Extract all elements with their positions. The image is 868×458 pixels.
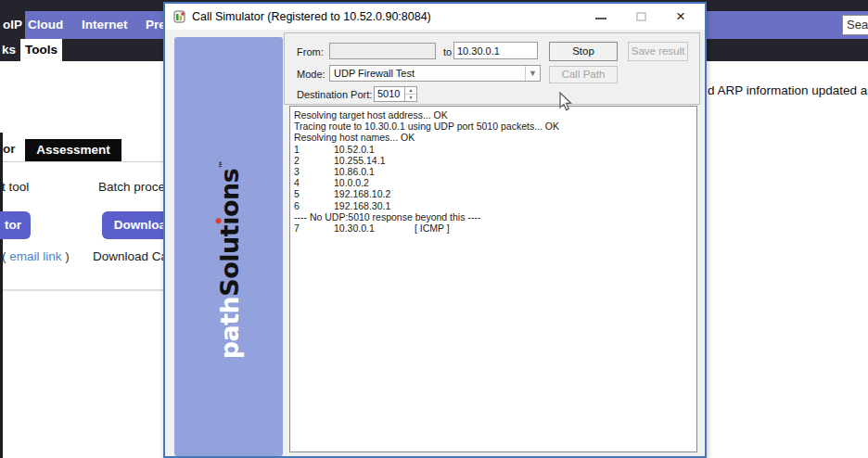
tab-assessment[interactable]: Assessment: [25, 139, 121, 161]
log-line: Resolving target host address... OK: [294, 109, 693, 121]
maximize-icon: [636, 12, 646, 21]
download-simulator-button[interactable]: tor: [0, 211, 31, 239]
nav-item-cloud[interactable]: Cloud: [28, 11, 63, 39]
dialog-title: Call Simulator (Registered to 10.52.0.90…: [192, 10, 431, 23]
from-label: From:: [297, 46, 324, 57]
destination-port-label: Destination Port:: [297, 89, 372, 100]
arp-updated-text: d ARP information updated as of:: [708, 83, 868, 97]
chevron-down-icon[interactable]: ▼: [525, 66, 540, 81]
paren-open: (: [2, 249, 6, 263]
content-divider: [3, 289, 163, 291]
log-line: Tracing route to 10.30.0.1 using UDP por…: [294, 121, 693, 132]
call-simulator-icon: [172, 9, 187, 24]
pathsolutions-banner: pathSolutıons™: [174, 37, 283, 456]
email-link[interactable]: email link: [9, 249, 61, 263]
minimize-icon: [595, 18, 606, 19]
screen: { "colors":{ "nav_purple":"#6a71c5","dar…: [0, 0, 868, 458]
download-call-text: Download Call: [93, 249, 173, 263]
to-label: to: [443, 46, 452, 57]
log-line: ---- No UDP:5010 response beyond this --…: [294, 211, 693, 223]
tool-description-text: t tool: [2, 180, 29, 194]
mode-value: UDP Firewall Test: [334, 68, 415, 79]
spin-up-icon[interactable]: ▲: [405, 87, 416, 95]
stop-button[interactable]: Stop: [549, 42, 618, 61]
mode-label: Mode:: [297, 69, 326, 80]
trace-log-output[interactable]: Resolving target host address... OKTraci…: [289, 106, 697, 452]
log-line: 6192.168.30.1: [294, 200, 693, 211]
minimize-button[interactable]: [587, 4, 615, 30]
call-path-button: Call Path: [549, 66, 618, 83]
dialog-titlebar[interactable]: Call Simulator (Registered to 10.52.0.90…: [165, 4, 705, 30]
email-link-row: ( email link ): [2, 249, 70, 263]
port-value: 5010: [377, 88, 400, 99]
pathsolutions-logo: pathSolutıons™: [214, 159, 243, 359]
mode-select[interactable]: UDP Firewall Test ▼: [329, 65, 541, 82]
log-line: 710.30.0.1[ ICMP ]: [294, 223, 693, 234]
spin-down-icon[interactable]: ▼: [405, 95, 416, 102]
tabstrip-border: [3, 161, 163, 162]
paren-close: ): [65, 249, 70, 263]
tab-simulator-partial[interactable]: or: [3, 142, 16, 156]
log-line: 210.255.14.1: [294, 155, 693, 166]
to-field[interactable]: [453, 42, 538, 59]
logo-trademark: ™: [217, 159, 226, 168]
logo-solut: Solut: [214, 224, 243, 296]
maximize-button[interactable]: [628, 4, 656, 30]
destination-port-stepper[interactable]: 5010 ▲ ▼: [374, 86, 417, 102]
call-simulator-dialog: Call Simulator (Registered to 10.52.0.90…: [163, 2, 707, 458]
save-result-button: Save result: [628, 42, 688, 61]
logo-path: path: [214, 296, 243, 359]
log-line: 410.0.0.2: [294, 177, 693, 188]
close-button[interactable]: ×: [667, 4, 695, 30]
tab-tools[interactable]: Tools: [20, 39, 62, 61]
mouse-cursor: [558, 92, 573, 112]
nav-item-voip[interactable]: oIP: [0, 11, 25, 39]
log-line: 5192.168.10.2: [294, 188, 693, 199]
nav-item-internet[interactable]: Internet: [82, 11, 128, 39]
logo-ons: ons: [214, 168, 243, 216]
log-line: 110.52.0.1: [294, 144, 693, 155]
dialog-client-area: pathSolutıons™ From: to Mode: UDP Firewa…: [165, 30, 705, 456]
subnav-item-networks[interactable]: ks: [2, 39, 16, 61]
search-input[interactable]: Sea: [842, 15, 868, 35]
log-line: Resolving host names... OK: [294, 132, 693, 143]
from-field[interactable]: [329, 43, 436, 59]
spin-buttons: ▲ ▼: [404, 87, 416, 101]
logo-dotted-i: ı: [214, 217, 243, 225]
log-line: 310.86.0.1: [294, 166, 693, 177]
